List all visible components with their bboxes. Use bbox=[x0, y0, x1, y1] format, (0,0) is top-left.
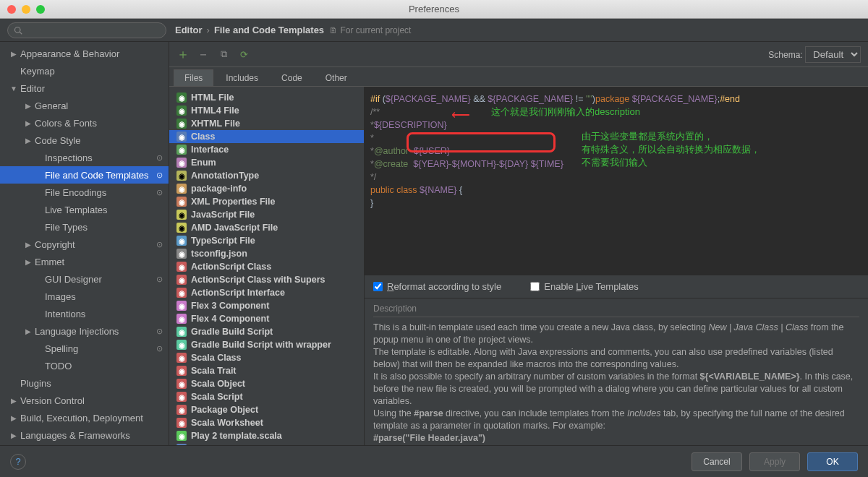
live-templates-checkbox[interactable]: Enable Live Templates bbox=[530, 281, 639, 292]
file-type-icon: ◉ bbox=[176, 93, 187, 103]
template-item-scala-object[interactable]: ◉Scala Object bbox=[169, 377, 364, 390]
template-item-kotlin-file[interactable]: ◉Kotlin File bbox=[169, 442, 364, 445]
template-item-annotationtype[interactable]: ◉AnnotationType bbox=[169, 169, 364, 182]
sidebar-item-build-execution-deployment[interactable]: ▶Build, Execution, Deployment bbox=[0, 409, 169, 426]
description-body: This is a built-in template used each ti… bbox=[373, 322, 859, 444]
tab-code[interactable]: Code bbox=[271, 69, 313, 86]
template-item-class[interactable]: ◉Class bbox=[169, 130, 364, 143]
tab-includes[interactable]: Includes bbox=[215, 69, 269, 86]
file-type-icon: ◉ bbox=[176, 379, 187, 389]
template-item-gradle-build-script[interactable]: ◉Gradle Build Script bbox=[169, 325, 364, 338]
file-type-icon: ◉ bbox=[176, 431, 187, 441]
template-item-amd-javascript-file[interactable]: ◉AMD JavaScript File bbox=[169, 221, 364, 234]
sidebar-item-copyright[interactable]: ▶Copyright⊙ bbox=[0, 236, 169, 253]
template-item-tsconfig-json[interactable]: ◉tsconfig.json bbox=[169, 247, 364, 260]
ok-button[interactable]: OK bbox=[807, 452, 858, 471]
file-type-icon: ◉ bbox=[176, 197, 187, 207]
sidebar-item-colors-fonts[interactable]: ▶Colors & Fonts bbox=[0, 114, 169, 132]
template-item-interface[interactable]: ◉Interface bbox=[169, 143, 364, 156]
schema-selector[interactable]: Schema: Default bbox=[768, 46, 861, 63]
sidebar-item-gui-designer[interactable]: GUI Designer⊙ bbox=[0, 270, 169, 288]
file-type-icon: ◉ bbox=[176, 119, 187, 129]
template-item-flex-4-component[interactable]: ◉Flex 4 Component bbox=[169, 312, 364, 325]
titlebar: Preferences bbox=[0, 0, 868, 19]
copy-template-button[interactable]: ⧉ bbox=[217, 48, 230, 61]
template-item-scala-trait[interactable]: ◉Scala Trait bbox=[169, 364, 364, 377]
sidebar-item-todo[interactable]: TODO bbox=[0, 357, 169, 374]
cancel-button[interactable]: Cancel bbox=[692, 452, 742, 471]
sidebar-item-keymap[interactable]: Keymap bbox=[0, 62, 169, 80]
file-type-icon: ◉ bbox=[176, 275, 187, 285]
sidebar-item-code-style[interactable]: ▶Code Style bbox=[0, 132, 169, 149]
refresh-template-button[interactable]: ⟳ bbox=[237, 48, 250, 61]
sidebar-item-inspections[interactable]: Inspections⊙ bbox=[0, 149, 169, 166]
sidebar-item-language-injections[interactable]: ▶Language Injections⊙ bbox=[0, 322, 169, 340]
file-type-icon: ◉ bbox=[176, 392, 187, 402]
file-type-icon: ◉ bbox=[176, 184, 187, 194]
file-type-icon: ◉ bbox=[176, 249, 187, 259]
template-item-package-object[interactable]: ◉Package Object bbox=[169, 403, 364, 416]
template-list[interactable]: ◉HTML File◉HTML4 File◉XHTML File◉Class◉I… bbox=[169, 87, 365, 445]
annotation-highlight-1 bbox=[407, 132, 556, 152]
template-item-html-file[interactable]: ◉HTML File bbox=[169, 91, 364, 104]
sidebar-item-spelling[interactable]: Spelling⊙ bbox=[0, 340, 169, 357]
editor-pane: #if (${PACKAGE_NAME} && ${PACKAGE_NAME} … bbox=[365, 87, 868, 445]
main-panel: ＋ － ⧉ ⟳ Schema: Default FilesIncludesCod… bbox=[169, 42, 868, 445]
template-item-enum[interactable]: ◉Enum bbox=[169, 156, 364, 169]
template-item-actionscript-class[interactable]: ◉ActionScript Class bbox=[169, 260, 364, 273]
template-item-typescript-file[interactable]: ◉TypeScript File bbox=[169, 234, 364, 247]
template-item-html4-file[interactable]: ◉HTML4 File bbox=[169, 104, 364, 117]
file-type-icon: ◉ bbox=[176, 340, 187, 350]
template-item-scala-worksheet[interactable]: ◉Scala Worksheet bbox=[169, 416, 364, 429]
file-type-icon: ◉ bbox=[176, 145, 187, 155]
sidebar-item-general[interactable]: ▶General bbox=[0, 97, 169, 114]
search-input[interactable] bbox=[7, 22, 166, 38]
breadcrumb: Editor›File and Code Templates 🗎 For cur… bbox=[175, 25, 411, 35]
file-type-icon: ◉ bbox=[176, 236, 187, 246]
sidebar-item-intentions[interactable]: Intentions bbox=[0, 305, 169, 322]
sidebar-item-file-and-code-templates[interactable]: File and Code Templates⊙ bbox=[0, 166, 169, 184]
template-tabs[interactable]: FilesIncludesCodeOther bbox=[169, 66, 868, 87]
file-type-icon: ◉ bbox=[176, 314, 187, 324]
template-item-package-info[interactable]: ◉package-info bbox=[169, 182, 364, 195]
remove-template-button[interactable]: － bbox=[197, 48, 210, 61]
sidebar-item-languages-frameworks[interactable]: ▶Languages & Frameworks bbox=[0, 426, 169, 444]
sidebar-item-images[interactable]: Images bbox=[0, 288, 169, 305]
file-type-icon: ◉ bbox=[176, 366, 187, 376]
template-item-xml-properties-file[interactable]: ◉XML Properties File bbox=[169, 195, 364, 208]
sidebar-item-file-types[interactable]: File Types bbox=[0, 218, 169, 236]
file-type-icon: ◉ bbox=[176, 288, 187, 298]
reformat-checkbox[interactable]: RReformat according to styleeformat acco… bbox=[373, 281, 501, 292]
file-type-icon: ◉ bbox=[176, 353, 187, 363]
sidebar-item-version-control[interactable]: ▶Version Control bbox=[0, 392, 169, 409]
tab-other[interactable]: Other bbox=[315, 69, 358, 86]
sidebar-item-tools[interactable]: ▶Tools bbox=[0, 444, 169, 445]
template-item-scala-class[interactable]: ◉Scala Class bbox=[169, 351, 364, 364]
settings-tree[interactable]: ▶Appearance & BehaviorKeymap▼Editor▶Gene… bbox=[0, 42, 169, 445]
template-item-actionscript-interface[interactable]: ◉ActionScript Interface bbox=[169, 286, 364, 299]
description-panel: Description This is a built-in template … bbox=[365, 298, 868, 445]
svg-line-1 bbox=[20, 32, 22, 34]
sidebar-item-appearance-behavior[interactable]: ▶Appearance & Behavior bbox=[0, 45, 169, 62]
tab-files[interactable]: Files bbox=[174, 69, 213, 86]
sidebar-item-plugins[interactable]: Plugins bbox=[0, 374, 169, 392]
sidebar-item-live-templates[interactable]: Live Templates bbox=[0, 201, 169, 218]
template-item-scala-script[interactable]: ◉Scala Script bbox=[169, 390, 364, 403]
template-item-gradle-build-script-with-wrapper[interactable]: ◉Gradle Build Script with wrapper bbox=[169, 338, 364, 351]
file-type-icon: ◉ bbox=[176, 106, 187, 116]
template-item-xhtml-file[interactable]: ◉XHTML File bbox=[169, 117, 364, 130]
file-type-icon: ◉ bbox=[176, 210, 187, 220]
template-editor[interactable]: #if (${PACKAGE_NAME} && ${PACKAGE_NAME} … bbox=[365, 87, 868, 275]
help-button[interactable]: ? bbox=[10, 454, 26, 470]
sidebar-item-file-encodings[interactable]: File Encodings⊙ bbox=[0, 184, 169, 201]
template-item-actionscript-class-with-supers[interactable]: ◉ActionScript Class with Supers bbox=[169, 273, 364, 286]
sidebar-item-emmet[interactable]: ▶Emmet bbox=[0, 253, 169, 270]
apply-button[interactable]: Apply bbox=[749, 452, 800, 471]
template-item-flex-3-component[interactable]: ◉Flex 3 Component bbox=[169, 299, 364, 312]
file-type-icon: ◉ bbox=[176, 132, 187, 142]
template-toolbar: ＋ － ⧉ ⟳ Schema: Default bbox=[169, 42, 868, 66]
sidebar-item-editor[interactable]: ▼Editor bbox=[0, 80, 169, 97]
add-template-button[interactable]: ＋ bbox=[176, 48, 190, 61]
template-item-javascript-file[interactable]: ◉JavaScript File bbox=[169, 208, 364, 221]
template-item-play-2-template-scala[interactable]: ◉Play 2 template.scala bbox=[169, 429, 364, 442]
